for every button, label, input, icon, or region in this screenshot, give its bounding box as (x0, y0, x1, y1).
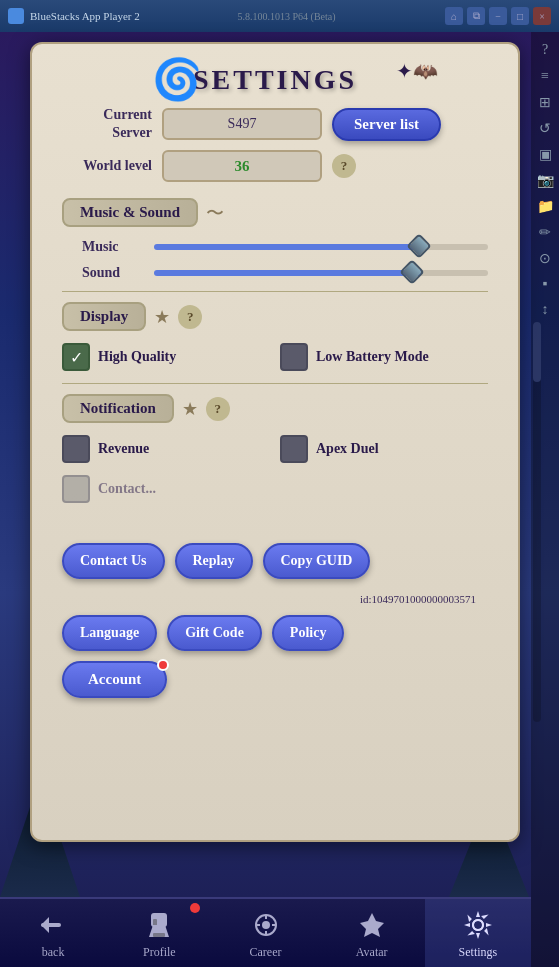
title-ornament-left: 🌀 (152, 56, 202, 103)
world-level-help-icon[interactable]: ? (332, 154, 356, 178)
current-server-row: CurrentServer S497 Server list (62, 106, 488, 142)
sound-slider-row: Sound (62, 265, 488, 281)
gift-code-button[interactable]: Gift Code (167, 615, 262, 651)
nav-item-avatar[interactable]: Avatar (319, 899, 425, 967)
extra-notif-label: Contact... (98, 481, 156, 497)
nav-settings-label: Settings (459, 945, 498, 960)
policy-button[interactable]: Policy (272, 615, 345, 651)
nav-avatar-label: Avatar (356, 945, 388, 960)
nav-career-label: Career (250, 945, 282, 960)
back-icon (35, 907, 71, 943)
display-help-icon[interactable]: ? (178, 305, 202, 329)
right-toolbar: ? ≡ ⊞ ↺ ▣ 📷 📁 ✏ ⊙ ▪ ↕ (531, 32, 559, 967)
language-button[interactable]: Language (62, 615, 157, 651)
toolbar-help-icon[interactable]: ? (535, 40, 555, 60)
music-slider-row: Music (62, 239, 488, 255)
buttons-section: Contact Us Replay Copy GUID id:104970100… (32, 535, 518, 651)
notification-help-icon[interactable]: ? (206, 397, 230, 421)
close-button[interactable]: × (533, 7, 551, 25)
music-sound-header: Music & Sound 〜 (62, 198, 488, 227)
nav-back-label: back (42, 945, 65, 960)
low-battery-item: Low Battery Mode (280, 343, 488, 371)
sound-slider[interactable] (154, 270, 488, 276)
window-controls: ⌂ ⧉ − □ × (445, 7, 551, 25)
server-value: S497 (162, 108, 322, 140)
notification-star-icon: ★ (182, 398, 198, 420)
profile-icon (141, 907, 177, 943)
account-button[interactable]: Account (62, 661, 167, 698)
apex-duel-label: Apex Duel (316, 441, 379, 457)
high-quality-checkbox[interactable]: ✓ (62, 343, 90, 371)
settings-nav-icon (460, 907, 496, 943)
low-battery-checkbox[interactable] (280, 343, 308, 371)
toolbar-block-icon[interactable]: ▪ (535, 274, 555, 294)
svg-point-7 (262, 921, 270, 929)
notification-options-row: Revenue Apex Duel (62, 435, 488, 463)
music-sound-label: Music & Sound (62, 198, 198, 227)
extra-notif-item: Contact... (62, 475, 488, 503)
avatar-icon (354, 907, 390, 943)
minimize-button[interactable]: − (489, 7, 507, 25)
revenue-checkbox[interactable] (62, 435, 90, 463)
buttons-row-2: Language Gift Code Policy (62, 615, 488, 651)
nav-item-back[interactable]: back (0, 899, 106, 967)
title-bar: BlueStacks App Player 2 5.8.100.1013 P64… (0, 0, 559, 32)
contact-us-button[interactable]: Contact Us (62, 543, 165, 579)
bottom-nav: back Profile (0, 897, 531, 967)
toolbar-refresh-icon[interactable]: ↺ (535, 118, 555, 138)
toolbar-edit-icon[interactable]: ✏ (535, 222, 555, 242)
low-battery-label: Low Battery Mode (316, 349, 429, 365)
nav-item-career[interactable]: Career (212, 899, 318, 967)
display-star-icon: ★ (154, 306, 170, 328)
home-button[interactable]: ⌂ (445, 7, 463, 25)
settings-content: CurrentServer S497 Server list World lev… (32, 106, 518, 535)
revenue-item: Revenue (62, 435, 270, 463)
app-icon (8, 8, 24, 24)
server-list-button[interactable]: Server list (332, 108, 441, 141)
nav-item-settings[interactable]: Settings (425, 899, 531, 967)
music-label: Music (82, 239, 142, 255)
app-title: BlueStacks App Player 2 (30, 10, 232, 22)
music-slider[interactable] (154, 244, 488, 250)
guid-id-text: id:1049701000000003571 (360, 593, 476, 605)
extra-notif-checkbox[interactable] (62, 475, 90, 503)
sound-label: Sound (82, 265, 142, 281)
toolbar-camera-icon[interactable]: 📷 (535, 170, 555, 190)
divider-2 (62, 383, 488, 384)
replay-button[interactable]: Replay (175, 543, 253, 579)
display-header: Display ★ ? (62, 302, 488, 331)
nav-profile-label: Profile (143, 945, 176, 960)
toolbar-folder-icon[interactable]: 📁 (535, 196, 555, 216)
notification-label: Notification (62, 394, 174, 423)
settings-panel: 🌀 SETTINGS ✦🦇 CurrentServer S497 Server … (30, 42, 520, 842)
high-quality-item: ✓ High Quality (62, 343, 270, 371)
toolbar-menu-icon[interactable]: ≡ (535, 66, 555, 86)
toolbar-target-icon[interactable]: ⊙ (535, 248, 555, 268)
multi-button[interactable]: ⧉ (467, 7, 485, 25)
main-area: ? ≡ ⊞ ↺ ▣ 📷 📁 ✏ ⊙ ▪ ↕ 🌀 SETTINGS ✦🦇 Curr… (0, 32, 559, 967)
music-slider-thumb[interactable] (406, 234, 431, 259)
account-section: Account (32, 661, 518, 698)
career-icon (248, 907, 284, 943)
sound-slider-thumb[interactable] (399, 260, 424, 285)
buttons-row-1: Contact Us Replay Copy GUID (62, 543, 488, 579)
apex-duel-checkbox[interactable] (280, 435, 308, 463)
maximize-button[interactable]: □ (511, 7, 529, 25)
world-level-value: 36 (162, 150, 322, 182)
svg-rect-5 (153, 933, 165, 937)
display-label: Display (62, 302, 146, 331)
notification-extra-row: Contact... (62, 475, 488, 503)
svg-marker-12 (360, 913, 384, 937)
section-decor-music: 〜 (206, 201, 224, 225)
revenue-label: Revenue (98, 441, 149, 457)
apex-duel-item: Apex Duel (280, 435, 488, 463)
toolbar-screen-icon[interactable]: ▣ (535, 144, 555, 164)
app-version: 5.8.100.1013 P64 (Beta) (238, 11, 440, 22)
copy-guid-button[interactable]: Copy GUID (263, 543, 371, 579)
world-level-label: World level (62, 158, 152, 174)
display-options-row: ✓ High Quality Low Battery Mode (62, 343, 488, 371)
nav-item-profile[interactable]: Profile (106, 899, 212, 967)
high-quality-label: High Quality (98, 349, 176, 365)
toolbar-resize-icon[interactable]: ↕ (535, 300, 555, 320)
toolbar-grid-icon[interactable]: ⊞ (535, 92, 555, 112)
